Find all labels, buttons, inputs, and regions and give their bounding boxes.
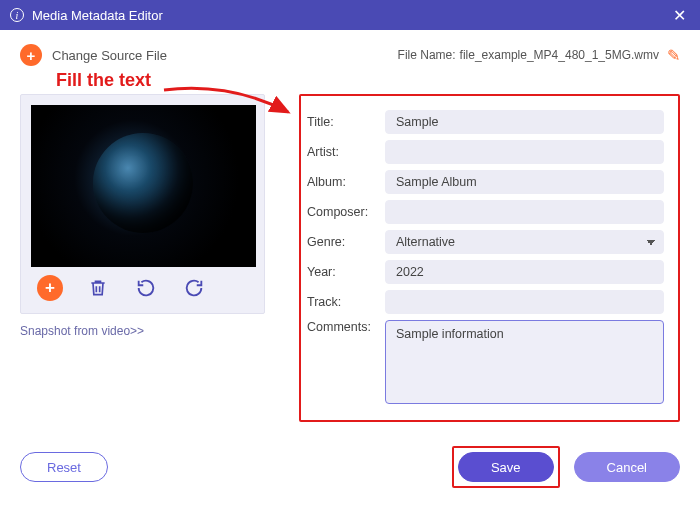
rotate-ccw-icon: [135, 277, 157, 299]
top-row: + Change Source File File Name: file_exa…: [20, 44, 680, 66]
genre-label: Genre:: [307, 235, 385, 249]
thumbnail-panel: +: [20, 94, 265, 314]
window-title: Media Metadata Editor: [32, 8, 163, 23]
artist-label: Artist:: [307, 145, 385, 159]
filename-label: File Name:: [398, 48, 456, 62]
close-icon[interactable]: ✕: [669, 6, 690, 25]
thumbnail-toolbar: +: [31, 267, 254, 303]
delete-thumbnail-button[interactable]: [85, 275, 111, 301]
rotate-cw-icon: [183, 277, 205, 299]
add-thumbnail-button[interactable]: +: [37, 275, 63, 301]
callout-text: Fill the text: [56, 70, 151, 91]
rename-icon[interactable]: ✎: [667, 46, 680, 65]
rotate-ccw-button[interactable]: [133, 275, 159, 301]
album-label: Album:: [307, 175, 385, 189]
video-thumbnail: [31, 105, 256, 267]
composer-input[interactable]: [385, 200, 664, 224]
composer-label: Composer:: [307, 205, 385, 219]
snapshot-from-video-link[interactable]: Snapshot from video>>: [20, 324, 144, 338]
save-button-highlight: Save: [452, 446, 560, 488]
info-icon: i: [10, 8, 24, 22]
change-source-file-link[interactable]: Change Source File: [52, 48, 167, 63]
filename-value: file_example_MP4_480_1_5MG.wmv: [460, 48, 659, 62]
year-input[interactable]: [385, 260, 664, 284]
left-column: + Snapshot from video>>: [20, 94, 265, 422]
comments-textarea[interactable]: Sample information: [385, 320, 664, 404]
trash-icon: [88, 278, 108, 298]
artist-input[interactable]: [385, 140, 664, 164]
comments-label: Comments:: [307, 320, 385, 334]
title-input[interactable]: [385, 110, 664, 134]
album-input[interactable]: [385, 170, 664, 194]
track-label: Track:: [307, 295, 385, 309]
track-input[interactable]: [385, 290, 664, 314]
title-label: Title:: [307, 115, 385, 129]
genre-select[interactable]: Alternative: [385, 230, 664, 254]
reset-button[interactable]: Reset: [20, 452, 108, 482]
title-bar: i Media Metadata Editor ✕: [0, 0, 700, 30]
add-source-button[interactable]: +: [20, 44, 42, 66]
rotate-cw-button[interactable]: [181, 275, 207, 301]
save-button[interactable]: Save: [458, 452, 554, 482]
footer: Reset Save Cancel: [0, 434, 700, 488]
year-label: Year:: [307, 265, 385, 279]
cancel-button[interactable]: Cancel: [574, 452, 680, 482]
metadata-form: Title: Artist: Album: Composer: Genre:: [299, 94, 680, 422]
